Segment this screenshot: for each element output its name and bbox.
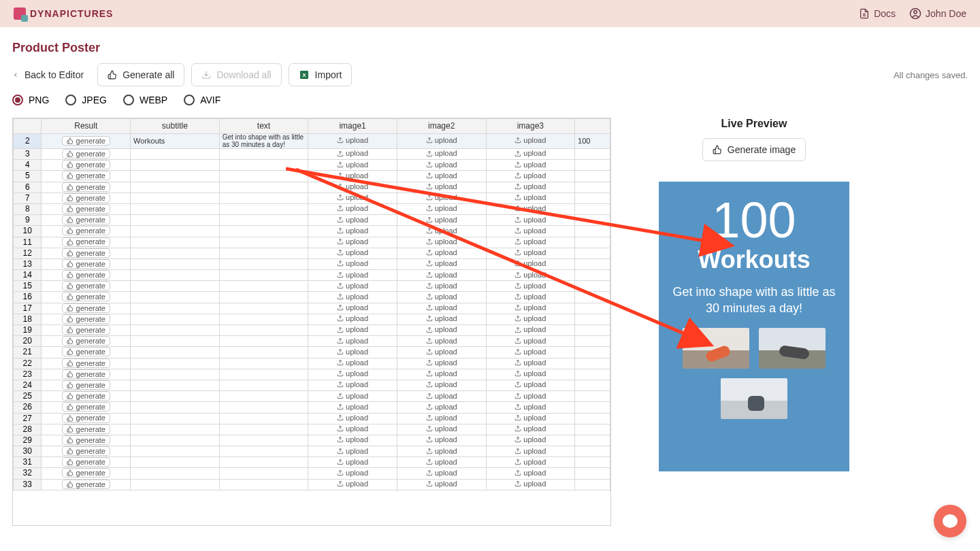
table-row[interactable]: 32 generate upload upload upload	[14, 468, 610, 479]
upload-button[interactable]: upload	[337, 337, 368, 345]
cell-text[interactable]: Get into shape with as little as 30 minu…	[219, 134, 308, 149]
upload-button[interactable]: upload	[337, 136, 368, 144]
cell-subtitle[interactable]	[131, 160, 220, 171]
upload-button[interactable]: upload	[337, 424, 368, 433]
cell-extra[interactable]	[575, 435, 610, 446]
cell-extra[interactable]	[575, 391, 610, 402]
cell-subtitle[interactable]	[131, 258, 220, 269]
cell-text[interactable]	[219, 435, 308, 446]
cell-extra[interactable]	[575, 171, 610, 182]
cell-text[interactable]	[219, 358, 308, 369]
upload-button[interactable]: upload	[426, 193, 457, 201]
cell-extra[interactable]	[575, 479, 610, 490]
cell-extra[interactable]	[575, 369, 610, 380]
upload-button[interactable]: upload	[426, 303, 457, 312]
upload-button[interactable]: upload	[514, 392, 546, 400]
table-row[interactable]: 12 generate upload upload upload	[14, 248, 610, 258]
format-radio-jpeg[interactable]: JPEG	[65, 95, 107, 105]
table-row[interactable]: 2 generateWorkoutsGet into shape with as…	[14, 134, 610, 149]
cell-extra[interactable]	[575, 193, 610, 203]
generate-button[interactable]: generate	[62, 248, 110, 258]
cell-text[interactable]	[219, 479, 308, 490]
cell-extra[interactable]	[575, 303, 610, 314]
upload-button[interactable]: upload	[426, 204, 457, 212]
upload-button[interactable]: upload	[514, 358, 546, 367]
upload-button[interactable]: upload	[514, 380, 546, 388]
upload-button[interactable]: upload	[514, 149, 546, 157]
upload-button[interactable]: upload	[426, 424, 457, 433]
cell-subtitle[interactable]	[131, 215, 220, 226]
upload-button[interactable]: upload	[514, 293, 546, 301]
cell-subtitle[interactable]	[131, 391, 220, 402]
cell-subtitle[interactable]	[131, 292, 220, 303]
cell-subtitle[interactable]	[131, 479, 220, 490]
cell-subtitle[interactable]	[131, 171, 220, 182]
cell-subtitle[interactable]	[131, 182, 220, 193]
cell-subtitle[interactable]	[131, 413, 220, 424]
table-row[interactable]: 9 generate upload upload upload	[14, 215, 610, 226]
cell-extra[interactable]	[575, 292, 610, 303]
upload-button[interactable]: upload	[514, 337, 546, 345]
upload-button[interactable]: upload	[514, 204, 546, 212]
table-row[interactable]: 22 generate upload upload upload	[14, 358, 610, 369]
cell-subtitle[interactable]	[131, 226, 220, 237]
table-row[interactable]: 23 generate upload upload upload	[14, 369, 610, 380]
cell-text[interactable]	[219, 325, 308, 336]
generate-button[interactable]: generate	[62, 480, 110, 489]
upload-button[interactable]: upload	[514, 161, 546, 169]
upload-button[interactable]: upload	[426, 403, 457, 411]
cell-extra[interactable]	[575, 203, 610, 214]
table-row[interactable]: 4 generate upload upload upload	[14, 160, 610, 171]
cell-subtitle[interactable]	[131, 325, 220, 336]
cell-text[interactable]	[219, 468, 308, 479]
upload-button[interactable]: upload	[514, 414, 546, 422]
back-link[interactable]: Back to Editor	[12, 69, 84, 80]
upload-button[interactable]: upload	[426, 271, 457, 279]
table-row[interactable]: 20 generate upload upload upload	[14, 336, 610, 347]
upload-button[interactable]: upload	[514, 171, 546, 180]
cell-subtitle[interactable]	[131, 336, 220, 347]
cell-extra[interactable]	[575, 258, 610, 269]
upload-button[interactable]: upload	[337, 161, 368, 169]
upload-button[interactable]: upload	[337, 237, 368, 246]
generate-button[interactable]: generate	[62, 270, 110, 280]
cell-subtitle[interactable]	[131, 193, 220, 203]
column-header[interactable]	[575, 119, 610, 134]
column-header[interactable]: image1	[308, 119, 397, 134]
cell-text[interactable]	[219, 149, 308, 160]
upload-button[interactable]: upload	[426, 248, 457, 256]
cell-text[interactable]	[219, 391, 308, 402]
cell-extra[interactable]	[575, 358, 610, 369]
cell-extra[interactable]	[575, 402, 610, 413]
upload-button[interactable]: upload	[514, 193, 546, 201]
column-header[interactable]: text	[219, 119, 308, 134]
cell-text[interactable]	[219, 237, 308, 248]
upload-button[interactable]: upload	[337, 403, 368, 411]
upload-button[interactable]: upload	[426, 237, 457, 246]
cell-subtitle[interactable]: Workouts	[131, 134, 220, 149]
upload-button[interactable]: upload	[337, 227, 368, 235]
cell-subtitle[interactable]	[131, 380, 220, 390]
upload-button[interactable]: upload	[337, 248, 368, 256]
generate-button[interactable]: generate	[62, 193, 110, 203]
generate-button[interactable]: generate	[62, 424, 110, 434]
generate-button[interactable]: generate	[62, 171, 110, 180]
table-row[interactable]: 10 generate upload upload upload	[14, 226, 610, 237]
upload-button[interactable]: upload	[514, 369, 546, 378]
upload-button[interactable]: upload	[514, 303, 546, 312]
upload-button[interactable]: upload	[337, 348, 368, 356]
table-row[interactable]: 29 generate upload upload upload	[14, 435, 610, 446]
generate-button[interactable]: generate	[62, 468, 110, 478]
user-menu[interactable]: John Doe	[909, 7, 966, 20]
cell-text[interactable]	[219, 303, 308, 314]
generate-button[interactable]: generate	[62, 204, 110, 214]
cell-text[interactable]	[219, 248, 308, 258]
generate-button[interactable]: generate	[62, 347, 110, 356]
cell-extra[interactable]: 100	[575, 134, 610, 149]
table-row[interactable]: 6 generate upload upload upload	[14, 182, 610, 193]
cell-subtitle[interactable]	[131, 369, 220, 380]
upload-button[interactable]: upload	[514, 480, 546, 488]
cell-subtitle[interactable]	[131, 435, 220, 446]
upload-button[interactable]: upload	[337, 149, 368, 157]
upload-button[interactable]: upload	[337, 282, 368, 290]
